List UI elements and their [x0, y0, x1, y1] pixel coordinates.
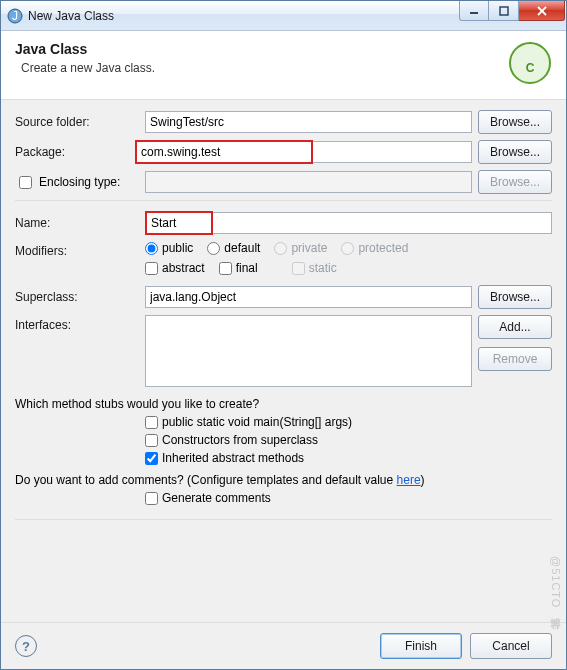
finish-button[interactable]: Finish — [380, 633, 462, 659]
modifier-protected: protected — [341, 241, 408, 255]
superclass-label: Superclass: — [15, 290, 145, 304]
comments-question: Do you want to add comments? (Configure … — [15, 473, 552, 487]
superclass-input[interactable] — [145, 286, 472, 308]
stubs-question: Which method stubs would you like to cre… — [15, 397, 552, 411]
modifier-public[interactable]: public — [145, 241, 193, 255]
svg-rect-3 — [500, 7, 508, 15]
interfaces-list[interactable] — [145, 315, 472, 387]
name-input[interactable] — [147, 213, 211, 233]
minimize-button[interactable] — [459, 1, 489, 21]
class-icon: C — [508, 41, 552, 85]
enclosing-type-checkbox[interactable] — [19, 176, 32, 189]
watermark: @51CTO博客 — [548, 556, 563, 610]
browse-source-button[interactable]: Browse... — [478, 110, 552, 134]
close-button[interactable] — [519, 1, 565, 21]
generate-comments[interactable]: Generate comments — [145, 491, 271, 505]
name-highlight — [145, 211, 213, 235]
package-highlight — [135, 140, 313, 164]
separator-2 — [15, 519, 552, 520]
svg-text:J: J — [12, 9, 18, 23]
dialog-title: Java Class — [15, 41, 508, 57]
cancel-button[interactable]: Cancel — [470, 633, 552, 659]
modifier-default[interactable]: default — [207, 241, 260, 255]
dialog-subtitle: Create a new Java class. — [21, 61, 508, 75]
maximize-button[interactable] — [489, 1, 519, 21]
package-input[interactable] — [137, 142, 311, 162]
stub-inherited[interactable]: Inherited abstract methods — [145, 451, 304, 465]
modifier-abstract[interactable]: abstract — [145, 261, 205, 275]
name-label: Name: — [15, 216, 145, 230]
svg-text:C: C — [526, 61, 535, 75]
modifier-private: private — [274, 241, 327, 255]
modifier-final[interactable]: final — [219, 261, 258, 275]
browse-enclosing-button: Browse... — [478, 170, 552, 194]
stub-constructors[interactable]: Constructors from superclass — [145, 433, 318, 447]
enclosing-type-label: Enclosing type: — [39, 175, 120, 189]
app-icon: J — [7, 8, 23, 24]
dialog-footer: ? Finish Cancel — [1, 622, 566, 669]
package-label: Package: — [15, 145, 135, 159]
modifiers-label: Modifiers: — [15, 241, 145, 258]
browse-package-button[interactable]: Browse... — [478, 140, 552, 164]
separator-1 — [15, 200, 552, 201]
package-input-ext[interactable] — [313, 141, 472, 163]
add-interface-button[interactable]: Add... — [478, 315, 552, 339]
name-input-ext[interactable] — [213, 212, 552, 234]
dialog-window: J New Java Class Java Class Create a new… — [0, 0, 567, 670]
modifier-static: static — [292, 261, 337, 275]
source-folder-label: Source folder: — [15, 115, 145, 129]
stub-main[interactable]: public static void main(String[] args) — [145, 415, 352, 429]
interfaces-label: Interfaces: — [15, 315, 145, 332]
configure-templates-link[interactable]: here — [397, 473, 421, 487]
dialog-header: Java Class Create a new Java class. C — [1, 31, 566, 100]
help-icon[interactable]: ? — [15, 635, 37, 657]
titlebar: J New Java Class — [1, 1, 566, 31]
enclosing-type-check-wrap[interactable]: Enclosing type: — [15, 173, 145, 192]
remove-interface-button: Remove — [478, 347, 552, 371]
window-title: New Java Class — [28, 9, 114, 23]
enclosing-type-input — [145, 171, 472, 193]
source-folder-input[interactable] — [145, 111, 472, 133]
browse-superclass-button[interactable]: Browse... — [478, 285, 552, 309]
